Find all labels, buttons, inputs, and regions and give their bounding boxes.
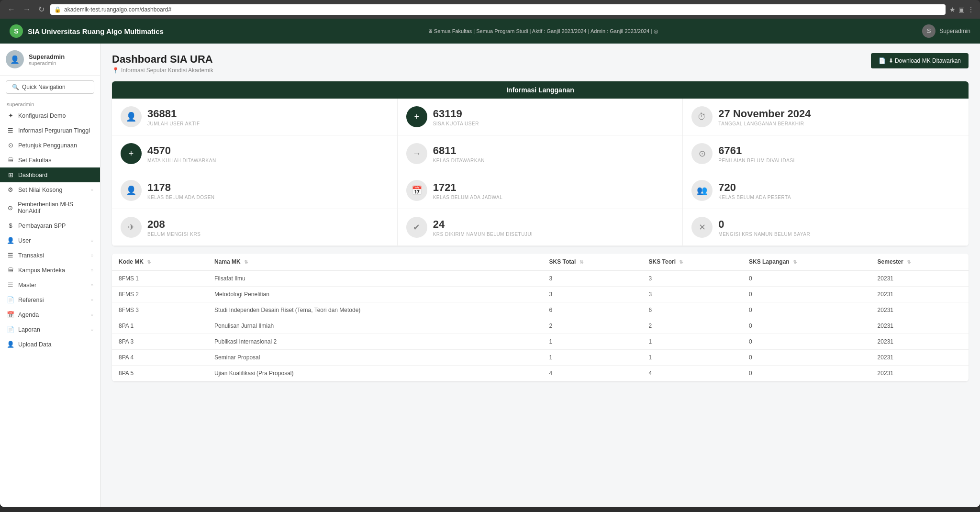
info-card-1: + 63119 SISA KUOTA USER [398, 99, 683, 135]
sort-icon-semester: ⇅ [907, 259, 911, 265]
col-header-kode_mk[interactable]: Kode MK ⇅ [112, 254, 208, 270]
table-row: 8PA 4Seminar Proposal11020231 [112, 350, 969, 366]
table-body: 8FMS 1Filsafat Ilmu330202318FMS 2Metodol… [112, 270, 969, 381]
sidebar-item-label-upload: Upload Data [18, 341, 52, 348]
top-nav-username: Superadmin [939, 28, 970, 34]
sidebar-item-icon-pemberhentian: ⊙ [7, 204, 14, 211]
download-mk-button[interactable]: 📄 ⬇ Download MK Ditawarkan [871, 53, 969, 68]
table-row: 8FMS 2Metodologi Penelitian33020231 [112, 287, 969, 302]
cell-semester-5: 20231 [871, 350, 969, 366]
sidebar-item-agenda[interactable]: 📅 Agenda ○ [0, 307, 100, 322]
cell-sks_lapangan-2: 0 [742, 302, 871, 318]
sidebar-item-transaksi[interactable]: ☰ Transaksi ○ [0, 248, 100, 263]
sidebar-item-label-dashboard: Dashboard [18, 172, 47, 178]
sidebar-item-nilai-kosong[interactable]: ⚙ Set Nilai Kosong ○ [0, 182, 100, 197]
chevron-icon-laporan: ○ [90, 327, 93, 332]
info-card-label-8: KELAS BELUM ADA PESERTA [718, 195, 791, 200]
mk-table: Kode MK ⇅Nama MK ⇅SKS Total ⇅SKS Teori ⇅… [112, 254, 969, 381]
cell-sks_lapangan-4: 0 [742, 334, 871, 350]
sidebar-item-label-pembayaran: Pembayaran SPP [18, 223, 66, 229]
sidebar-item-konfigurasi[interactable]: ✦ Konfigurasi Demo [0, 108, 100, 123]
cell-sks_teori-3: 2 [642, 318, 742, 334]
info-card-content-8: 720 KELAS BELUM ADA PESERTA [718, 181, 791, 200]
chevron-icon-kampus-merdeka: ○ [90, 267, 93, 273]
info-card-value-0: 36881 [147, 108, 200, 120]
sidebar-item-label-master: Master [18, 282, 36, 289]
cell-nama_mk-5: Seminar Proposal [208, 350, 542, 366]
sidebar-item-kampus-merdeka[interactable]: 🏛 Kampus Merdeka ○ [0, 263, 100, 278]
extensions-icon[interactable]: ▣ [958, 6, 965, 13]
cell-nama_mk-3: Penulisan Jurnal Ilmiah [208, 318, 542, 334]
info-card-value-10: 24 [433, 218, 533, 231]
page-subtitle-text: Informasi Seputar Kondisi Akademik [121, 67, 213, 74]
forward-button[interactable]: → [21, 4, 33, 15]
sidebar-item-icon-informasi: ☰ [7, 127, 14, 134]
info-card-4: → 6811 KELAS DITAWARKAN [398, 135, 683, 172]
sidebar-section-label: superadmin [0, 99, 100, 108]
chevron-icon-transaksi: ○ [90, 253, 93, 258]
info-card-label-2: TANGGAL LANGGANAN BERAKHIR [718, 121, 811, 126]
cell-sks_lapangan-6: 0 [742, 366, 871, 381]
info-card-11: ✕ 0 MENGISI KRS NAMUN BELUM BAYAR [683, 209, 969, 246]
sidebar-item-petunjuk[interactable]: ⊙ Petunjuk Penggunaan [0, 138, 100, 153]
url-bar[interactable]: 🔒 akademik-test.ruangalgo.com/dashboard# [50, 4, 946, 15]
sidebar-item-pembayaran[interactable]: $ Pembayaran SPP [0, 218, 100, 233]
info-card-7: 📅 1721 KELAS BELUM ADA JADWAL [398, 172, 683, 209]
info-card-label-1: SISA KUOTA USER [433, 121, 479, 126]
main-content: Dashboard SIA URA 📍 Informasi Seputar Ko… [100, 44, 980, 507]
cell-sks_total-6: 4 [543, 366, 642, 381]
sidebar-item-dashboard[interactable]: ⊞ Dashboard [0, 167, 100, 182]
cell-sks_lapangan-0: 0 [742, 270, 871, 287]
col-header-semester[interactable]: Semester ⇅ [871, 254, 969, 270]
back-button[interactable]: ← [6, 4, 17, 15]
top-nav-center: 🖥 Semua Fakultas | Semua Program Studi |… [427, 28, 659, 34]
info-card-6: 👤 1178 KELAS BELUM ADA DOSEN [112, 172, 398, 209]
sidebar-item-set-fakultas[interactable]: 🏛 Set Fakultas [0, 153, 100, 167]
reload-button[interactable]: ↻ [36, 4, 46, 15]
sidebar-items-container: ✦ Konfigurasi Demo ☰ Informasi Perguruan… [0, 108, 100, 352]
url-text: akademik-test.ruangalgo.com/dashboard# [64, 6, 171, 13]
menu-icon[interactable]: ⋮ [968, 6, 974, 13]
sidebar-item-referensi[interactable]: 📄 Referensi ○ [0, 292, 100, 307]
download-icon: 📄 [879, 57, 886, 64]
sidebar-item-label-transaksi: Transaksi [18, 252, 44, 259]
col-header-sks_teori[interactable]: SKS Teori ⇅ [642, 254, 742, 270]
cell-sks_teori-5: 1 [642, 350, 742, 366]
info-card-content-6: 1178 KELAS BELUM ADA DOSEN [147, 181, 215, 200]
sidebar-item-icon-petunjuk: ⊙ [7, 142, 14, 149]
info-card-content-9: 208 BELUM MENGISI KRS [147, 218, 200, 237]
info-card-content-2: 27 November 2024 TANGGAL LANGGANAN BERAK… [718, 108, 811, 126]
sidebar-item-pemberhentian[interactable]: ⊙ Pemberhentian MHS NonAktif [0, 197, 100, 218]
info-card-label-6: KELAS BELUM ADA DOSEN [147, 195, 215, 200]
browser-chrome: ← → ↻ 🔒 akademik-test.ruangalgo.com/dash… [0, 0, 980, 19]
cell-semester-0: 20231 [871, 270, 969, 287]
cell-nama_mk-0: Filsafat Ilmu [208, 270, 542, 287]
info-card-content-11: 0 MENGISI KRS NAMUN BELUM BAYAR [718, 218, 810, 237]
col-header-nama_mk[interactable]: Nama MK ⇅ [208, 254, 542, 270]
cell-sks_total-5: 1 [543, 350, 642, 366]
sidebar-item-master[interactable]: ☰ Master ○ [0, 278, 100, 292]
sort-icon-sks_lapangan: ⇅ [793, 259, 797, 265]
sidebar-item-upload[interactable]: 👤 Upload Data [0, 337, 100, 352]
quick-nav-button[interactable]: 🔍 Quick Navigation [6, 80, 94, 94]
info-section-header: Informasi Langganan [112, 81, 969, 99]
info-card-content-3: 4570 MATA KULIAH DITAWARKAN [147, 145, 216, 163]
chevron-icon-user: ○ [90, 238, 93, 243]
sidebar-item-informasi[interactable]: ☰ Informasi Perguruan Tinggi [0, 123, 100, 138]
info-card-icon-7: 📅 [406, 180, 427, 201]
sidebar-item-label-konfigurasi: Konfigurasi Demo [18, 112, 66, 119]
cell-sks_lapangan-3: 0 [742, 318, 871, 334]
search-icon: 🔍 [12, 84, 19, 90]
info-card-8: 👥 720 KELAS BELUM ADA PESERTA [683, 172, 969, 209]
col-header-sks_total[interactable]: SKS Total ⇅ [543, 254, 642, 270]
sidebar-item-laporan[interactable]: 📄 Laporan ○ [0, 322, 100, 337]
sidebar-item-user[interactable]: 👤 User ○ [0, 233, 100, 248]
cell-kode_mk-0: 8FMS 1 [112, 270, 208, 287]
info-card-value-3: 4570 [147, 145, 216, 157]
info-card-10: ✔ 24 KRS DIKIRIM NAMUN BELUM DISETUJUI [398, 209, 683, 246]
cell-sks_total-2: 6 [543, 302, 642, 318]
info-card-icon-10: ✔ [406, 217, 427, 238]
star-icon[interactable]: ★ [949, 6, 956, 13]
info-card-content-10: 24 KRS DIKIRIM NAMUN BELUM DISETUJUI [433, 218, 533, 237]
col-header-sks_lapangan[interactable]: SKS Lapangan ⇅ [742, 254, 871, 270]
